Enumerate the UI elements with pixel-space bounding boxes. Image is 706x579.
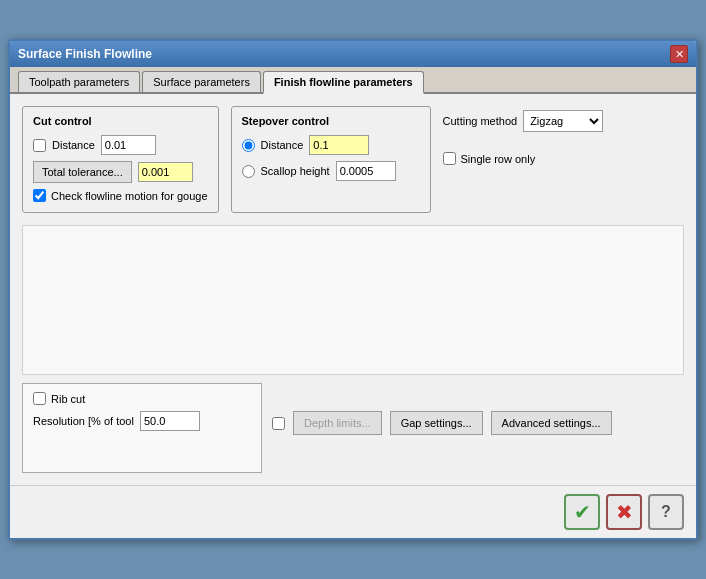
help-icon: ? [661,503,671,521]
help-button[interactable]: ? [648,494,684,530]
resolution-label: Resolution [% of tool [33,415,134,427]
cancel-button[interactable]: ✖ [606,494,642,530]
stepover-distance-input[interactable] [309,135,369,155]
resolution-row: Resolution [% of tool [33,411,251,431]
depth-gap-row: Depth limits... Gap settings... Advanced… [272,411,684,435]
total-tolerance-input[interactable] [138,162,193,182]
stepover-control-group: Stepover control Distance Scallop height [231,106,431,213]
single-row-checkbox[interactable] [443,152,456,165]
cutting-method-row: Cutting method Zigzag One way Spiral [443,110,604,132]
cutting-method-select[interactable]: Zigzag One way Spiral [523,110,603,132]
total-tolerance-row: Total tolerance... [33,161,208,183]
dialog-footer: ✔ ✖ ? [10,485,696,538]
ok-icon: ✔ [574,500,591,524]
top-panels-row: Cut control Distance Total tolerance... … [22,106,684,213]
rib-cut-label: Rib cut [51,393,85,405]
check-flowline-row: Check flowline motion for gouge [33,189,208,202]
scallop-height-input[interactable] [336,161,396,181]
distance-checkbox[interactable] [33,139,46,152]
scallop-height-radio[interactable] [242,165,255,178]
stepover-distance-radio[interactable] [242,139,255,152]
cancel-icon: ✖ [616,500,633,524]
single-row-label: Single row only [461,153,536,165]
scallop-height-row: Scallop height [242,161,420,181]
check-flowline-label: Check flowline motion for gouge [51,190,208,202]
cut-control-group: Cut control Distance Total tolerance... … [22,106,219,213]
resolution-input[interactable] [140,411,200,431]
content-area: Cut control Distance Total tolerance... … [10,94,696,485]
advanced-settings-button[interactable]: Advanced settings... [491,411,612,435]
close-button[interactable]: ✕ [670,45,688,63]
depth-limits-checkbox[interactable] [272,417,285,430]
depth-limits-button[interactable]: Depth limits... [293,411,382,435]
single-row-row: Single row only [443,152,604,165]
distance-row: Distance [33,135,208,155]
rib-cut-row: Rib cut [33,392,251,405]
scallop-height-label: Scallop height [261,165,330,177]
rib-cut-box: Rib cut Resolution [% of tool [22,383,262,473]
stepover-distance-row: Distance [242,135,420,155]
tab-surface[interactable]: Surface parameters [142,71,261,92]
cutting-method-label: Cutting method [443,115,518,127]
empty-middle-area [22,225,684,375]
bottom-row: Rib cut Resolution [% of tool Depth limi… [22,383,684,473]
rib-cut-checkbox[interactable] [33,392,46,405]
cut-control-title: Cut control [33,115,208,127]
distance-input[interactable] [101,135,156,155]
tab-finish[interactable]: Finish flowline parameters [263,71,424,94]
main-dialog: Surface Finish Flowline ✕ Toolpath param… [8,39,698,540]
total-tolerance-button[interactable]: Total tolerance... [33,161,132,183]
ok-button[interactable]: ✔ [564,494,600,530]
dialog-title: Surface Finish Flowline [18,47,152,61]
cutting-method-group: Cutting method Zigzag One way Spiral Sin… [443,106,604,213]
stepover-distance-label: Distance [261,139,304,151]
tab-bar: Toolpath parameters Surface parameters F… [10,67,696,94]
tab-toolpath[interactable]: Toolpath parameters [18,71,140,92]
gap-settings-button[interactable]: Gap settings... [390,411,483,435]
stepover-title: Stepover control [242,115,420,127]
check-flowline-checkbox[interactable] [33,189,46,202]
title-bar: Surface Finish Flowline ✕ [10,41,696,67]
distance-label: Distance [52,139,95,151]
